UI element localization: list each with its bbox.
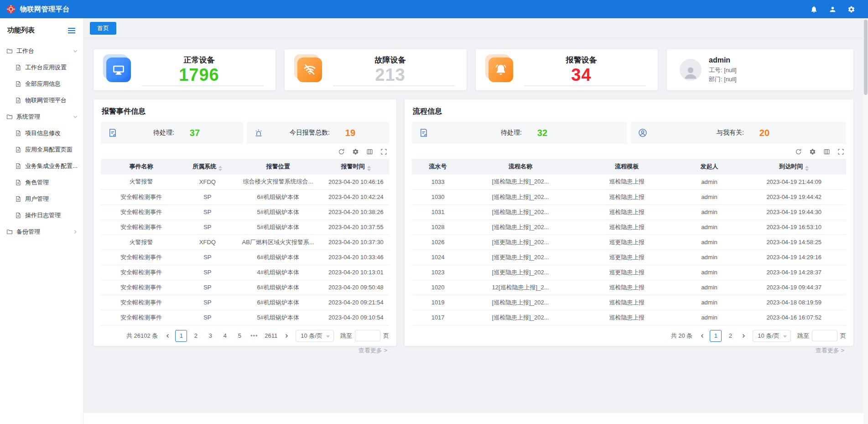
table-row[interactable]: 火警报警 XFDQ 综合楼火灾报警系统综合... 2023-04-20 10:4… [101,174,389,189]
page-button[interactable]: 3 [204,330,216,342]
user-name: admin [709,56,737,64]
stat-value: 213 [322,65,458,85]
jump-page-input[interactable] [355,330,380,341]
table-row[interactable]: 安全帽检测事件 SP 5#机组锅炉本体 2023-04-20 10:38:26 [101,204,389,220]
cell-serial: 1023 [412,265,464,280]
column-header[interactable]: 报警位置 [234,159,323,174]
chip-value: 37 [190,128,200,138]
sidebar-item[interactable]: 备份管理 [0,224,83,240]
cell-initiator: admin [677,250,742,265]
table-row[interactable]: 安全帽检测事件 SP 6#机组锅炉本体 2023-04-20 09:21:54 [101,295,389,310]
column-header[interactable]: 事件名称 [101,159,182,174]
cell-location: 5#机组锅炉本体 [234,310,323,325]
prev-page-button[interactable] [163,330,172,342]
sidebar-item[interactable]: 系统管理 [0,109,83,125]
sidebar-item[interactable]: 应用全局配置页面 [0,141,83,158]
column-header[interactable]: 流程名称 [464,159,577,174]
sidebar-item[interactable]: 工作台 [0,43,83,59]
table-row[interactable]: 安全帽检测事件 SP 6#机组锅炉本体 2023-04-20 10:33:46 [101,250,389,265]
column-header[interactable]: 报警时间 [323,159,389,174]
column-header[interactable]: 流水号 [412,159,464,174]
page-button[interactable]: 2611 [263,330,279,342]
table-row[interactable]: 1023 [巡更隐患上报]_202... 巡更隐患上报 admin 2023-0… [412,265,846,280]
table-row[interactable]: 1017 [巡检隐患上报]_202... 巡检隐患上报 admin 2023-0… [412,310,846,325]
sidebar-item[interactable]: 物联网管理平台 [0,92,83,109]
page-size-select[interactable]: 10 条/页 [753,330,791,342]
prev-page-button[interactable] [698,330,707,342]
cell-time: 2023-04-20 10:13:01 [323,265,389,280]
sidebar-item[interactable]: 用户管理 [0,191,83,207]
document-check-icon [108,128,117,137]
sidebar-item[interactable]: 业务集成业务配置... [0,158,83,174]
table-row[interactable]: 1019 [巡检隐患上报]_202... 巡检隐患上报 admin 2023-0… [412,295,846,310]
table-row[interactable]: 1031 [巡检隐患上报]_202... 巡检隐患上报 admin 2023-0… [412,204,846,220]
refresh-icon[interactable] [338,148,345,155]
scrollbar-thumb[interactable] [864,20,868,95]
page-button[interactable]: 1 [710,330,722,342]
cell-location: 5#机组锅炉本体 [234,204,323,220]
jump-page-input[interactable] [812,330,837,341]
cell-time: 2023-04-20 10:46:16 [323,174,389,189]
menu-toggle-icon[interactable] [68,27,76,34]
sidebar-item[interactable]: 操作日志管理 [0,207,83,224]
table-row[interactable]: 安全帽检测事件 SP 6#机组锅炉本体 2023-04-20 09:50:48 [101,280,389,295]
next-page-button[interactable] [282,330,291,342]
settings-icon[interactable] [352,148,359,155]
table-row[interactable]: 安全帽检测事件 SP 5#机组锅炉本体 2023-04-20 09:10:54 [101,310,389,325]
table-row[interactable]: 安全帽检测事件 SP 4#机组锅炉本体 2023-04-20 10:13:01 [101,265,389,280]
page-size-select[interactable]: 10 条/页 [296,330,334,342]
table-row[interactable]: 1026 [巡更隐患上报]_202... 巡更隐患上报 admin 2023-0… [412,235,846,250]
document-check-icon [419,128,428,137]
sidebar-menu: 工作台 工作台应用设置 [0,41,83,240]
stat-chip: 待处理: 32 [412,122,627,144]
doc-icon [15,130,21,136]
column-header[interactable]: 发起人 [677,159,742,174]
fullscreen-icon[interactable] [380,148,387,155]
page-button[interactable]: ••• [248,330,260,342]
table-row[interactable]: 1033 [巡检隐患上报]_202... 巡检隐患上报 admin 2023-0… [412,174,846,189]
cell-initiator: admin [677,295,742,310]
sidebar-item[interactable]: 全部应用信息 [0,76,83,92]
column-settings-icon[interactable] [823,148,830,155]
chip-label: 待处理: [153,129,174,137]
table-row[interactable]: 1030 [巡检隐患上报]_202... 巡检隐患上报 admin 2023-0… [412,189,846,204]
cell-arrival-time: 2023-04-19 16:53:10 [742,220,847,235]
page-button[interactable]: 4 [219,330,231,342]
page-button[interactable]: 2 [724,330,736,342]
process-table: 流水号 流程名称 流程模板 发起人 到达时间 [412,159,846,325]
user-icon[interactable] [829,5,837,13]
table-row[interactable]: 1028 [巡检隐患上报]_202... 巡检隐患上报 admin 2023-0… [412,220,846,235]
column-header[interactable]: 流程模板 [577,159,677,174]
notifications-icon[interactable] [810,5,818,13]
view-more-link[interactable]: 查看更多 > [412,342,846,357]
next-page-button[interactable] [739,330,748,342]
page-button[interactable]: 5 [234,330,245,342]
refresh-icon[interactable] [795,148,802,155]
cell-serial: 1030 [412,189,464,204]
table-row[interactable]: 1024 [巡更隐患上报]_202... 巡更隐患上报 admin 2023-0… [412,250,846,265]
cell-arrival-time: 2023-04-19 21:44:09 [742,174,847,189]
settings-icon[interactable] [847,5,855,13]
view-more-link[interactable]: 查看更多 > [101,342,389,357]
sidebar-item[interactable]: 工作台应用设置 [0,59,83,76]
sidebar-item[interactable]: 项目信息修改 [0,125,83,141]
settings-icon[interactable] [809,148,816,155]
table-row[interactable]: 火警报警 XFDQ AB厂燃料区域火灾报警系... 2023-04-20 10:… [101,235,389,250]
sidebar-item[interactable]: 角色管理 [0,174,83,191]
folder-icon [6,229,13,235]
table-row[interactable]: 1020 12[巡检隐患上报]_2... 巡检隐患上报 admin 2023-0… [412,280,846,295]
page-button[interactable]: 2 [190,330,202,342]
sidebar-item-label: 工作台 [16,47,70,55]
cell-system: SP [182,250,234,265]
fullscreen-icon[interactable] [837,148,844,155]
cell-initiator: admin [677,220,742,235]
column-header[interactable]: 到达时间 [742,159,847,174]
page-button[interactable]: 1 [175,330,187,342]
tab-home[interactable]: 首页 [90,22,116,35]
cell-time: 2023-04-20 09:21:54 [323,295,389,310]
column-settings-icon[interactable] [366,148,373,155]
cell-time: 2023-04-20 10:33:46 [323,250,389,265]
column-header[interactable]: 所属系统 [182,159,234,174]
table-row[interactable]: 安全帽检测事件 SP 5#机组锅炉本体 2023-04-20 10:37:55 [101,220,389,235]
table-row[interactable]: 安全帽检测事件 SP 6#机组锅炉本体 2023-04-20 10:42:24 [101,189,389,204]
